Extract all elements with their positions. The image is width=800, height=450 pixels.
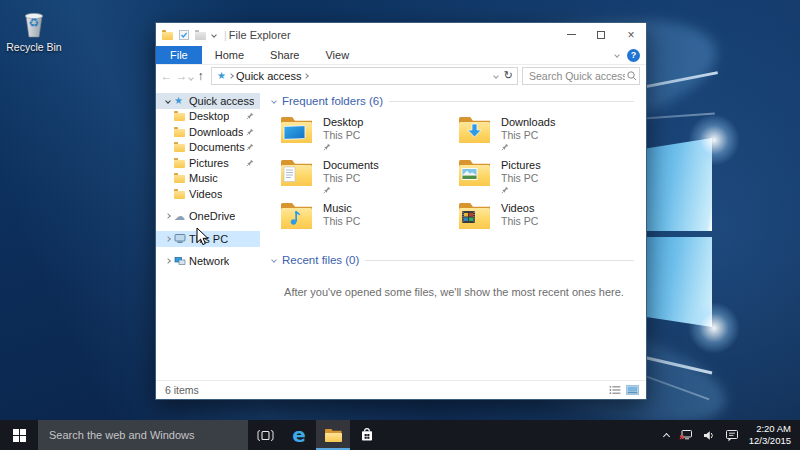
refresh-icon[interactable]: ↻ xyxy=(504,69,513,82)
sidebar-item-label: Network xyxy=(189,255,229,267)
chevron-right-icon[interactable] xyxy=(161,214,174,218)
chevron-down-icon[interactable] xyxy=(161,99,174,103)
pin-icon xyxy=(323,186,331,194)
address-dropdown-icon[interactable] xyxy=(493,73,499,79)
sidebar-item-label: Music xyxy=(189,172,218,184)
window-title: File Explorer xyxy=(229,29,291,41)
clock-time: 2:20 AM xyxy=(749,423,791,435)
search-input[interactable] xyxy=(523,70,625,82)
sidebar-item-music[interactable]: Music xyxy=(156,171,260,187)
up-button[interactable]: ↑ xyxy=(193,69,208,83)
sidebar-item-videos[interactable]: Videos xyxy=(156,186,260,202)
breadcrumb[interactable]: Quick access xyxy=(236,70,301,82)
help-button[interactable]: ? xyxy=(627,49,640,62)
music-note-icon xyxy=(280,202,314,230)
chevron-down-icon[interactable] xyxy=(271,257,277,263)
start-button[interactable] xyxy=(0,420,38,450)
taskbar-clock[interactable]: 2:20 AM 12/3/2015 xyxy=(749,423,791,448)
sidebar-item-label: Quick access xyxy=(189,95,254,107)
task-view-icon xyxy=(257,429,274,442)
new-folder-icon[interactable] xyxy=(195,32,206,40)
network-icon xyxy=(174,256,186,266)
back-button[interactable]: ← xyxy=(159,69,174,83)
divider xyxy=(365,260,634,261)
expand-ribbon-icon[interactable] xyxy=(614,52,620,58)
recycle-bin-icon[interactable]: ♻ Recycle Bin xyxy=(2,8,66,53)
quick-access-star-icon: ★ xyxy=(217,70,226,81)
title-bar[interactable]: | File Explorer × xyxy=(156,23,646,46)
folder-tile-pictures[interactable]: Pictures This PC xyxy=(458,158,636,201)
sidebar-item-label: Downloads xyxy=(189,126,243,138)
clock-date: 12/3/2015 xyxy=(749,435,791,447)
tab-share[interactable]: Share xyxy=(257,46,312,64)
action-center-icon[interactable] xyxy=(725,429,739,442)
qat-customize-icon[interactable] xyxy=(211,32,217,38)
chevron-right-icon[interactable] xyxy=(161,237,174,241)
thumbnail-view-icon[interactable] xyxy=(626,385,639,395)
tab-home[interactable]: Home xyxy=(202,46,257,64)
address-bar[interactable]: ★ Quick access ↻ xyxy=(211,67,518,85)
wallpaper-glow xyxy=(688,302,740,354)
sidebar-item-quick-access[interactable]: ★ Quick access xyxy=(156,93,260,109)
sidebar-item-desktop[interactable]: Desktop xyxy=(156,109,260,125)
desktop-overlay-icon xyxy=(280,116,314,144)
screen: ♻ Recycle Bin | File Explorer × xyxy=(0,0,800,450)
sidebar-item-onedrive[interactable]: ☁ OneDrive xyxy=(156,209,260,225)
tab-view[interactable]: View xyxy=(312,46,362,64)
tab-file[interactable]: File xyxy=(156,46,202,64)
folder-name: Downloads xyxy=(501,116,555,128)
folder-tile-music[interactable]: Music This PC xyxy=(280,201,458,244)
folder-icon xyxy=(174,175,185,183)
folder-tile-desktop[interactable]: Desktop This PC xyxy=(280,115,458,158)
folder-icon xyxy=(174,144,185,152)
folder-icon xyxy=(458,159,492,187)
folder-icon xyxy=(280,159,314,187)
window-controls: × xyxy=(556,23,646,46)
breadcrumb-chevron-icon[interactable] xyxy=(304,73,310,79)
details-view-icon[interactable] xyxy=(609,385,621,395)
folder-name: Pictures xyxy=(501,159,541,171)
folder-tile-downloads[interactable]: Downloads This PC xyxy=(458,115,636,158)
edge-button[interactable]: e xyxy=(282,420,316,450)
folder-location: This PC xyxy=(323,215,360,227)
folder-icon xyxy=(280,116,314,144)
taskbar-search-input[interactable] xyxy=(38,429,248,441)
frequent-folders-header[interactable]: Frequent folders (6) xyxy=(272,95,636,107)
pin-icon xyxy=(501,143,509,151)
store-button[interactable] xyxy=(350,420,384,450)
volume-icon[interactable] xyxy=(703,430,715,441)
properties-icon[interactable] xyxy=(179,30,189,40)
recycle-symbol-icon: ♻ xyxy=(20,16,48,30)
folder-tile-documents[interactable]: Documents This PC xyxy=(280,158,458,201)
this-pc-monitor-icon xyxy=(174,233,186,244)
ribbon-tab-bar: File Home Share View ? xyxy=(156,46,646,65)
sidebar-item-network[interactable]: Network xyxy=(156,254,260,270)
search-icon[interactable] xyxy=(625,70,639,82)
forward-button[interactable]: → xyxy=(174,69,189,83)
sidebar-item-pictures[interactable]: Pictures xyxy=(156,155,260,171)
breadcrumb-chevron-icon[interactable] xyxy=(228,73,234,79)
tray-expand-icon[interactable] xyxy=(663,433,670,440)
pin-icon xyxy=(323,143,331,151)
chevron-right-icon[interactable] xyxy=(161,259,174,263)
recent-files-empty-message: After you've opened some files, we'll sh… xyxy=(272,286,636,298)
sidebar-item-downloads[interactable]: Downloads xyxy=(156,124,260,140)
search-box[interactable] xyxy=(522,67,640,85)
network-status-icon[interactable] xyxy=(679,429,693,441)
sidebar-item-label: Desktop xyxy=(189,110,229,122)
folder-tile-videos[interactable]: Videos This PC xyxy=(458,201,636,244)
task-view-button[interactable] xyxy=(248,420,282,450)
maximize-button[interactable] xyxy=(586,23,616,46)
recent-files-header[interactable]: Recent files (0) xyxy=(272,254,636,266)
file-explorer-taskbar-button[interactable] xyxy=(316,420,350,450)
group-title: Frequent folders (6) xyxy=(282,95,383,107)
close-button[interactable]: × xyxy=(616,23,646,46)
taskbar-search-box[interactable] xyxy=(38,420,248,450)
chevron-down-icon[interactable] xyxy=(271,98,277,104)
maximize-icon xyxy=(597,31,605,39)
folder-location: This PC xyxy=(323,129,363,141)
sidebar-item-documents[interactable]: Documents xyxy=(156,140,260,156)
taskbar: e xyxy=(0,420,800,450)
divider xyxy=(389,101,634,102)
minimize-button[interactable] xyxy=(556,23,586,46)
